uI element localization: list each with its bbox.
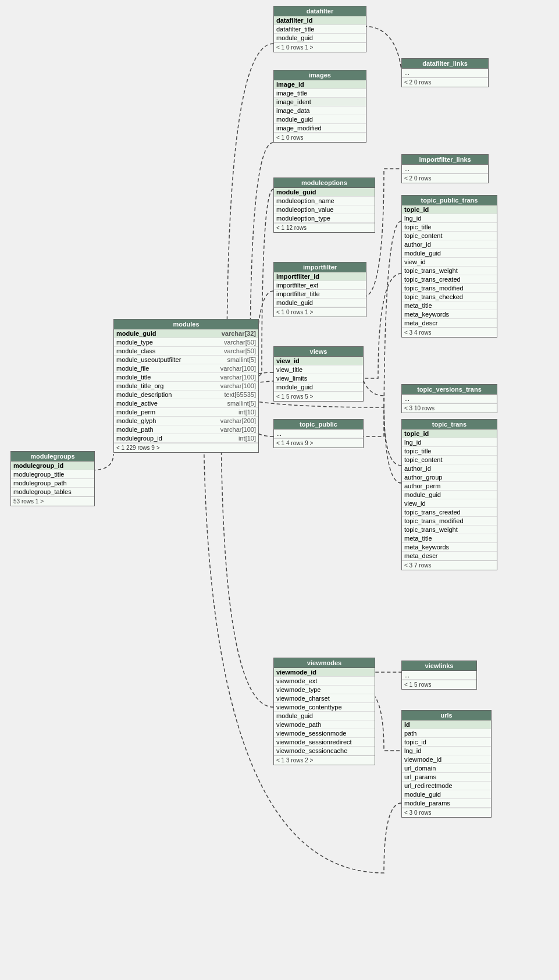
- table-footer: < 1 5 rows 5 >: [274, 392, 363, 401]
- table-footer: < 2 0 rows: [402, 173, 488, 183]
- table-row: module_glyph varchar[200]: [114, 417, 258, 425]
- table-footer: < 1 0 rows 1 >: [274, 42, 366, 52]
- table-row: module_guid varchar[32]: [114, 329, 258, 338]
- table-row: image_title: [274, 89, 366, 98]
- table-header-topic-trans: topic_trans: [402, 420, 497, 429]
- table-header-datafilter: datafilter: [274, 6, 366, 16]
- table-row: viewmode_sessionmode: [274, 729, 375, 738]
- table-row: module_title varchar[100]: [114, 373, 258, 382]
- table-row: viewmode_id: [402, 755, 491, 764]
- table-header-importfilter: importfilter: [274, 262, 366, 272]
- table-row: image_data: [274, 106, 366, 115]
- table-viewlinks: viewlinks ... < 1 5 rows: [401, 661, 477, 690]
- table-topic-versions-trans: topic_versions_trans ... < 3 10 rows: [401, 384, 497, 413]
- table-row: viewmode_sessioncache: [274, 747, 375, 755]
- table-row: meta_keywords: [402, 310, 497, 319]
- table-row: url_domain: [402, 764, 491, 773]
- table-row: module_guid: [274, 115, 366, 124]
- table-datafilter: datafilter datafilter_id datafilter_titl…: [273, 6, 366, 52]
- table-row: meta_title: [402, 534, 497, 543]
- table-row: topic_id: [402, 205, 497, 214]
- table-row: module_params: [402, 799, 491, 808]
- table-row: view_id: [274, 357, 363, 365]
- diagram-container: datafilter datafilter_id datafilter_titl…: [0, 0, 559, 980]
- table-row: view_title: [274, 365, 363, 374]
- table-footer: < 3 10 rows: [402, 403, 497, 413]
- table-row: viewmode_contenttype: [274, 703, 375, 712]
- table-row: module_guid: [274, 34, 366, 42]
- table-row: modulegroup_id: [11, 461, 94, 470]
- table-topic-public: topic_public ... < 1 4 rows 9 >: [273, 419, 364, 448]
- table-importfilter-links: importfilter_links ... < 2 0 rows: [401, 154, 489, 183]
- table-row: topic_title: [402, 223, 497, 232]
- table-importfilter: importfilter importfilter_id importfilte…: [273, 262, 366, 317]
- table-header-importfilter-links: importfilter_links: [402, 155, 488, 165]
- table-row: module_description text[65535]: [114, 390, 258, 399]
- table-row: moduleoption_type: [274, 214, 375, 223]
- table-row: modulegroup_id int[10]: [114, 434, 258, 443]
- table-row: module_guid: [402, 249, 497, 258]
- table-row: module_guid: [274, 383, 363, 392]
- table-viewmodes: viewmodes viewmode_id viewmode_ext viewm…: [273, 658, 375, 765]
- table-footer: < 3 7 rows: [402, 560, 497, 570]
- table-header-moduleoptions: moduleoptions: [274, 178, 375, 188]
- table-row: topic_trans_created: [402, 508, 497, 517]
- table-row: author_group: [402, 473, 497, 482]
- table-row: module_title_org varchar[100]: [114, 382, 258, 390]
- table-row: image_id: [274, 80, 366, 89]
- table-modulegroups: modulegroups modulegroup_id modulegroup_…: [10, 451, 95, 506]
- table-row: moduleoption_name: [274, 197, 375, 205]
- table-images: images image_id image_title image_ident …: [273, 70, 366, 143]
- table-row: moduleoption_value: [274, 205, 375, 214]
- table-row: module_perm int[10]: [114, 408, 258, 417]
- table-header-topic-public-trans: topic_public_trans: [402, 196, 497, 205]
- table-footer: < 1 229 rows 9 >: [114, 443, 258, 452]
- table-footer: < 1 3 rows 2 >: [274, 755, 375, 765]
- table-row: ...: [402, 671, 476, 680]
- table-header-modules: modules: [114, 319, 258, 329]
- table-row: topic_trans_weight: [402, 525, 497, 534]
- table-row: topic_title: [402, 447, 497, 456]
- table-row: importfilter_id: [274, 272, 366, 281]
- table-row: module_useoutputfilter smallint[5]: [114, 356, 258, 364]
- table-header-urls: urls: [402, 711, 491, 720]
- table-footer: < 3 4 rows: [402, 328, 497, 337]
- table-row: meta_keywords: [402, 543, 497, 552]
- table-row: topic_trans_weight: [402, 267, 497, 275]
- table-row: ...: [274, 429, 363, 438]
- table-row: image_modified: [274, 124, 366, 133]
- table-footer: < 3 0 rows: [402, 808, 491, 817]
- table-row: viewmode_type: [274, 686, 375, 694]
- table-row: image_ident: [274, 98, 366, 106]
- table-row: module_class varchar[50]: [114, 347, 258, 356]
- table-row: meta_descr: [402, 552, 497, 560]
- table-row: ...: [402, 165, 488, 173]
- table-header-views: views: [274, 347, 363, 357]
- table-footer: < 1 12 rows: [274, 223, 375, 232]
- table-footer: < 1 4 rows 9 >: [274, 438, 363, 448]
- table-row: topic_id: [402, 429, 497, 438]
- table-row: viewmode_path: [274, 720, 375, 729]
- table-row: module_path varchar[100]: [114, 425, 258, 434]
- table-row: module_file varchar[100]: [114, 364, 258, 373]
- table-row: module_guid: [274, 712, 375, 720]
- table-row: modulegroup_tables: [11, 488, 94, 496]
- table-topic-trans: topic_trans topic_id lng_id topic_title …: [401, 419, 497, 570]
- table-row: topic_trans_created: [402, 275, 497, 284]
- table-row: topic_trans_checked: [402, 293, 497, 301]
- table-row: module_guid: [402, 790, 491, 799]
- table-header-modulegroups: modulegroups: [11, 452, 94, 461]
- table-row: module_type varchar[50]: [114, 338, 258, 347]
- table-row: topic_trans_modified: [402, 517, 497, 525]
- table-row: datafilter_id: [274, 16, 366, 25]
- table-row: topic_content: [402, 232, 497, 240]
- table-row: author_id: [402, 464, 497, 473]
- table-modules: modules module_guid varchar[32] module_t…: [113, 319, 259, 453]
- table-row: viewmode_ext: [274, 677, 375, 686]
- table-row: viewmode_id: [274, 668, 375, 677]
- table-row: topic_content: [402, 456, 497, 464]
- table-footer: < 1 5 rows: [402, 680, 476, 689]
- table-header-topic-versions-trans: topic_versions_trans: [402, 385, 497, 395]
- table-row: lng_id: [402, 438, 497, 447]
- table-footer: < 1 0 rows 1 >: [274, 307, 366, 317]
